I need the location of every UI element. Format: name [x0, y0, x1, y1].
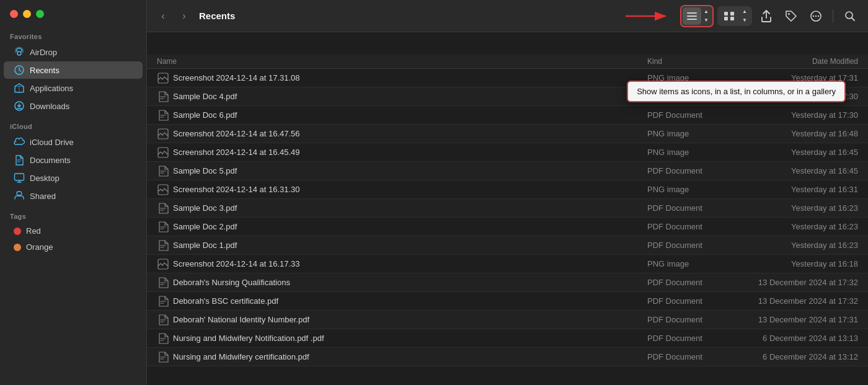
- file-kind: PDF Document: [647, 352, 734, 361]
- svg-point-14: [788, 13, 790, 15]
- file-kind: PNG image: [647, 148, 734, 157]
- icloud-section-label: iCloud: [0, 115, 146, 133]
- svg-point-16: [813, 15, 814, 16]
- stepper-down[interactable]: ▼: [701, 16, 711, 24]
- view-toggle-group: ▲ ▼: [680, 5, 714, 27]
- svg-rect-12: [724, 17, 728, 20]
- tag-button[interactable]: [781, 6, 802, 27]
- back-button[interactable]: ‹: [154, 7, 172, 25]
- sidebar: Favorites AirDrop Recents: [0, 0, 147, 385]
- file-icon: [157, 202, 169, 215]
- share-button[interactable]: [756, 6, 777, 27]
- recents-icon: [14, 64, 25, 76]
- header-date: Date Modified: [734, 57, 858, 66]
- minimize-button[interactable]: [23, 10, 31, 18]
- file-name: Screenshot 2024-12-14 at 16.45.49: [173, 148, 647, 157]
- grid-view-button[interactable]: [720, 7, 738, 25]
- list-view-button[interactable]: [683, 7, 701, 25]
- file-kind: PDF Document: [647, 222, 734, 231]
- grid-stepper-up[interactable]: ▲: [740, 7, 750, 15]
- sidebar-item-documents[interactable]: Documents: [4, 151, 143, 169]
- file-icon: [157, 239, 169, 252]
- file-kind: PDF Document: [647, 166, 734, 175]
- more-button[interactable]: [805, 6, 826, 27]
- file-row[interactable]: Sample Doc 1.pdf PDF Document Yesterday …: [147, 236, 868, 255]
- sidebar-item-icloud-drive[interactable]: iCloud Drive: [4, 133, 143, 151]
- file-kind: PDF Document: [647, 315, 734, 324]
- file-icon: [157, 165, 169, 177]
- sidebar-item-recents[interactable]: Recents: [4, 61, 143, 79]
- maximize-button[interactable]: [36, 10, 44, 18]
- svg-rect-9: [687, 19, 697, 20]
- file-name: Sample Doc 5.pdf: [173, 166, 647, 175]
- svg-point-19: [846, 12, 852, 19]
- sidebar-content: Favorites AirDrop Recents: [0, 25, 146, 385]
- file-row[interactable]: Sample Doc 2.pdf PDF Document Yesterday …: [147, 218, 868, 236]
- file-name: Screenshot 2024-12-14 at 16.31.30: [173, 185, 647, 194]
- search-button[interactable]: [839, 6, 861, 27]
- svg-rect-8: [687, 15, 697, 17]
- file-row[interactable]: Deborah' National Identity Number.pdf PD…: [147, 311, 868, 329]
- file-row[interactable]: Sample Doc 3.pdf PDF Document Yesterday …: [147, 199, 868, 218]
- sidebar-item-shared[interactable]: Shared: [4, 187, 143, 205]
- file-kind: PNG image: [647, 129, 734, 138]
- file-icon: [157, 258, 169, 270]
- sidebar-item-applications[interactable]: Applications: [4, 79, 143, 97]
- sidebar-item-airdrop[interactable]: AirDrop: [4, 43, 143, 61]
- grid-stepper-down[interactable]: ▼: [740, 16, 750, 24]
- sidebar-item-shared-label: Shared: [30, 192, 56, 201]
- file-icon: [157, 109, 169, 122]
- file-row[interactable]: Deborah's BSC certificate.pdf PDF Docume…: [147, 292, 868, 311]
- file-kind: PNG image: [647, 185, 734, 194]
- downloads-icon: [14, 100, 25, 112]
- grid-stepper[interactable]: ▲ ▼: [740, 7, 750, 24]
- file-row[interactable]: Sample Doc 6.pdf PDF Document Yesterday …: [147, 106, 868, 125]
- file-row[interactable]: Sample Doc 5.pdf PDF Document Yesterday …: [147, 162, 868, 180]
- desktop-icon: [14, 172, 25, 184]
- file-date: Yesterday at 16:48: [734, 129, 858, 138]
- file-date: Yesterday at 16:45: [734, 166, 858, 175]
- file-name: Sample Doc 1.pdf: [173, 241, 647, 250]
- toolbar: ‹ › Recents: [147, 0, 868, 32]
- svg-rect-11: [730, 12, 734, 15]
- file-name: Deborah' National Identity Number.pdf: [173, 315, 647, 324]
- file-row[interactable]: Nursing and Midwifery Notification.pdf .…: [147, 329, 868, 348]
- header-kind: Kind: [647, 57, 734, 66]
- file-kind: PDF Document: [647, 241, 734, 250]
- file-row[interactable]: Nursing and Midwifery certification.pdf …: [147, 348, 868, 366]
- file-row[interactable]: Screenshot 2024-12-14 at 16.45.49 PNG im…: [147, 143, 868, 162]
- stepper-up[interactable]: ▲: [701, 7, 711, 15]
- main-area: ‹ › Recents: [147, 0, 868, 385]
- file-row[interactable]: Screenshot 2024-12-14 at 16.31.30 PNG im…: [147, 180, 868, 199]
- file-date: 13 December 2024 at 17:32: [734, 296, 858, 306]
- sidebar-item-desktop[interactable]: Desktop: [4, 169, 143, 187]
- toolbar-divider: [833, 9, 833, 23]
- file-name: Nursing and Midwifery certification.pdf: [173, 352, 647, 361]
- svg-point-0: [17, 51, 21, 55]
- file-name: Deborah's Nursing Qualifications: [173, 278, 647, 287]
- file-icon: [157, 128, 169, 140]
- file-name: Nursing and Midwifery Notification.pdf .…: [173, 334, 647, 343]
- documents-icon: [14, 154, 25, 166]
- file-name: Screenshot 2024-12-14 at 17.31.08: [173, 73, 647, 82]
- file-icon: [157, 332, 169, 345]
- sidebar-item-downloads-label: Downloads: [30, 102, 69, 111]
- sidebar-item-tag-orange[interactable]: Orange: [4, 239, 143, 255]
- file-rows-container: Screenshot 2024-12-14 at 17.31.08 PNG im…: [147, 69, 868, 366]
- icloud-drive-icon: [14, 136, 25, 148]
- tag-red-dot: [14, 228, 21, 235]
- file-row[interactable]: Deborah's Nursing Qualifications PDF Doc…: [147, 273, 868, 292]
- file-row[interactable]: Screenshot 2024-12-14 at 16.17.33 PNG im…: [147, 255, 868, 273]
- close-button[interactable]: [10, 10, 18, 18]
- sidebar-item-downloads[interactable]: Downloads: [4, 97, 143, 115]
- file-list-header: Name Kind Date Modified: [147, 55, 868, 69]
- forward-button[interactable]: ›: [175, 7, 193, 25]
- file-kind: PDF Document: [647, 203, 734, 213]
- file-date: Yesterday at 16:23: [734, 241, 858, 250]
- airdrop-icon: [14, 46, 25, 58]
- svg-rect-3: [15, 174, 24, 180]
- sidebar-item-tag-red[interactable]: Red: [4, 223, 143, 239]
- file-date: Yesterday at 16:23: [734, 222, 858, 231]
- view-stepper[interactable]: ▲ ▼: [701, 7, 711, 24]
- file-row[interactable]: Screenshot 2024-12-14 at 16.47.56 PNG im…: [147, 125, 868, 143]
